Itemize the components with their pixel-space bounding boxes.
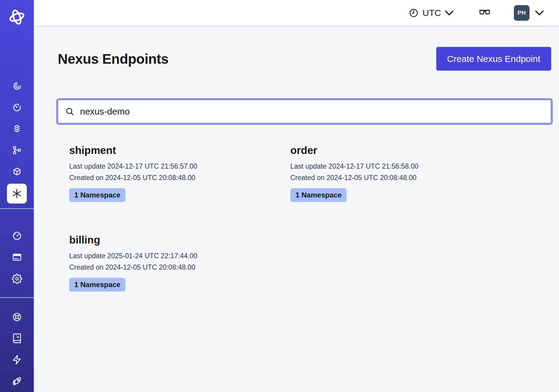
timer-icon <box>12 102 22 113</box>
namespace-badge: 1 Namespace <box>290 188 347 202</box>
endpoint-card-order[interactable]: order Last update 2024-12-17 UTC 21:56:5… <box>290 144 511 202</box>
book-sparkle-icon <box>12 333 22 344</box>
sidebar-item-feedback[interactable] <box>0 349 34 370</box>
avatar: PH <box>514 5 530 21</box>
endpoint-list: shipment Last update 2024-12-17 UTC 21:5… <box>58 144 551 292</box>
asterisk-icon <box>11 188 23 200</box>
layers-icon <box>12 124 22 134</box>
user-menu[interactable]: PH <box>514 5 544 21</box>
page-title: Nexus Endpoints <box>58 51 168 67</box>
top-bar: UTC PH <box>34 0 559 26</box>
timezone-label: UTC <box>422 8 441 18</box>
endpoint-created-on: Created on 2024-12-05 UTC 20:08:48.00 <box>69 172 290 183</box>
search-input[interactable] <box>79 102 544 121</box>
sidebar-item-settings[interactable] <box>0 268 34 289</box>
namespace-badge: 1 Namespace <box>69 278 125 292</box>
endpoint-name: billing <box>69 234 290 246</box>
endpoint-created-on: Created on 2024-12-05 UTC 20:08:48.00 <box>290 172 511 183</box>
gear-icon <box>12 274 22 284</box>
endpoint-card-billing[interactable]: billing Last update 2025-01-24 UTC 22:17… <box>69 234 290 292</box>
endpoint-last-update: Last update 2024-12-17 UTC 21:56:58.00 <box>290 161 511 172</box>
endpoint-name: order <box>290 144 511 156</box>
sidebar-divider <box>0 297 34 298</box>
credit-card-icon <box>12 252 22 262</box>
sidebar-item-usage[interactable] <box>0 225 34 247</box>
title-row: Nexus Endpoints Create Nexus Endpoint <box>58 47 551 71</box>
read-only-glasses-button[interactable] <box>478 7 491 19</box>
gauge-icon <box>12 231 22 241</box>
timezone-selector[interactable]: UTC <box>409 8 454 18</box>
search-icon <box>65 107 75 116</box>
lifebuoy-icon <box>12 312 22 322</box>
sidebar-item-support[interactable] <box>0 306 34 328</box>
endpoint-last-update: Last update 2024-12-17 UTC 21:56:57.00 <box>69 161 290 172</box>
chevron-down-icon <box>445 10 454 16</box>
lightning-icon <box>12 354 22 365</box>
page-content: Nexus Endpoints Create Nexus Endpoint sh… <box>34 26 559 292</box>
sidebar-item-batch[interactable] <box>0 118 34 139</box>
sidebar-item-nexus[interactable] <box>7 184 27 204</box>
clock-icon <box>409 8 419 18</box>
sidebar-item-workflows[interactable] <box>0 75 34 96</box>
create-nexus-endpoint-button[interactable]: Create Nexus Endpoint <box>436 47 551 71</box>
main-column: UTC PH <box>34 0 559 392</box>
sidebar-item-getting-started[interactable] <box>0 371 34 392</box>
sidebar-item-nexus-active <box>0 184 34 204</box>
glasses-icon <box>478 7 491 19</box>
namespace-badge: 1 Namespace <box>69 188 125 202</box>
endpoint-created-on: Created on 2024-12-05 UTC 20:08:48.00 <box>69 262 290 273</box>
spiral-icon <box>12 81 22 91</box>
sidebar-item-billing[interactable] <box>0 247 34 268</box>
sidebar-item-docs[interactable] <box>0 328 34 349</box>
app-root: UTC PH <box>0 0 559 392</box>
sidebar-divider <box>0 208 34 209</box>
sidebar-item-deployments[interactable] <box>0 161 34 182</box>
search-box <box>58 100 551 123</box>
temporal-logo-icon[interactable] <box>8 8 26 26</box>
endpoint-last-update: Last update 2025-01-24 UTC 22:17:44.00 <box>69 250 290 262</box>
rocket-icon <box>12 376 22 387</box>
endpoint-name: shipment <box>69 144 290 156</box>
sidebar-item-schedules[interactable] <box>0 97 34 118</box>
sidebar <box>0 0 34 392</box>
flow-nodes-icon <box>12 145 22 155</box>
chevron-down-icon <box>535 10 544 16</box>
endpoint-card-shipment[interactable]: shipment Last update 2024-12-17 UTC 21:5… <box>69 144 290 202</box>
cube-icon <box>12 167 22 177</box>
sidebar-item-relationships[interactable] <box>0 139 34 161</box>
